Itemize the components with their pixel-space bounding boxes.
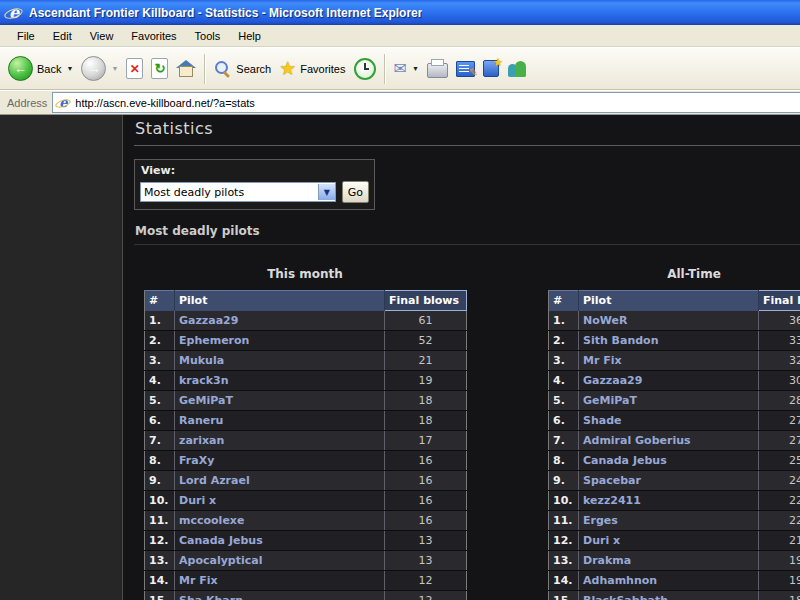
final-blows-cell: 219 — [759, 531, 800, 551]
menu-edit[interactable]: Edit — [44, 27, 81, 45]
pilot-link[interactable]: kezz2411 — [583, 494, 641, 507]
pilot-cell: Lord Azrael — [175, 471, 385, 491]
table-row: 1.NoWeR367 — [549, 311, 800, 331]
all-time-title: All-Time — [548, 267, 800, 281]
pilot-link[interactable]: Duri x — [583, 534, 620, 547]
pilot-link[interactable]: Mr Fix — [179, 574, 218, 587]
browser-toolbar: ← Back ▼ → ▼ ✕ ↻ Search ★ Favorites ✉ ▼ — [0, 47, 800, 90]
discuss-button[interactable] — [479, 57, 503, 80]
pilot-link[interactable]: Drakma — [583, 554, 631, 567]
forward-button[interactable]: → ▼ — [77, 53, 122, 84]
history-button[interactable] — [350, 55, 380, 83]
menu-file[interactable]: File — [8, 27, 44, 45]
window-title: Ascendant Frontier Killboard - Statistic… — [29, 6, 422, 20]
stop-icon: ✕ — [126, 58, 143, 79]
mail-button[interactable]: ✉ ▼ — [390, 58, 423, 80]
pilot-link[interactable]: FraXy — [179, 454, 214, 467]
edit-button[interactable] — [452, 58, 479, 80]
view-select[interactable]: Most deadly pilots ▼ — [140, 182, 336, 202]
mail-dropdown-caret[interactable]: ▼ — [412, 65, 419, 72]
rank-cell: 1. — [145, 311, 175, 331]
rank-cell: 8. — [549, 451, 579, 471]
forward-icon: → — [81, 56, 106, 81]
search-button[interactable]: Search — [210, 57, 275, 81]
back-button[interactable]: ← Back ▼ — [4, 53, 77, 84]
pilot-link[interactable]: GeMiPaT — [583, 394, 637, 407]
left-side-panel — [0, 115, 123, 600]
pilot-cell: Gazzaa29 — [579, 371, 759, 391]
pilot-link[interactable]: Gazzaa29 — [179, 314, 238, 327]
page-viewport: Statistics View: Most deadly pilots ▼ Go… — [0, 115, 800, 600]
view-label: View: — [135, 160, 374, 179]
pilot-link[interactable]: Apocalyptical — [179, 554, 262, 567]
menu-favorites[interactable]: Favorites — [122, 27, 185, 45]
menu-help[interactable]: Help — [229, 27, 270, 45]
table-row: 1.Gazzaa2961 — [145, 311, 467, 331]
forward-dropdown-caret[interactable]: ▼ — [111, 65, 118, 72]
pilot-link[interactable]: Mr Fix — [583, 354, 622, 367]
final-blows-cell: 13 — [385, 551, 467, 571]
pilot-link[interactable]: Canada Jebus — [583, 454, 667, 467]
pilot-cell: Raneru — [175, 411, 385, 431]
print-button[interactable] — [423, 56, 452, 81]
pilot-link[interactable]: Duri x — [179, 494, 216, 507]
table-row: 5.GeMiPaT289 — [549, 391, 800, 411]
pilot-link[interactable]: Raneru — [179, 414, 223, 427]
pilot-link[interactable]: Erges — [583, 514, 618, 527]
final-blows-cell: 12 — [385, 591, 467, 600]
pilot-link[interactable]: Lord Azrael — [179, 474, 250, 487]
pilot-link[interactable]: Spacebar — [583, 474, 641, 487]
final-blows-cell: 18 — [385, 391, 467, 411]
pilot-link[interactable]: Gazzaa29 — [583, 374, 642, 387]
pilot-link[interactable]: Canada Jebus — [179, 534, 263, 547]
pilot-cell: zarixan — [175, 431, 385, 451]
pilot-link[interactable]: Ephemeron — [179, 334, 249, 347]
menu-view[interactable]: View — [81, 27, 123, 45]
rank-cell: 15. — [549, 591, 579, 600]
pilot-link[interactable]: zarixan — [179, 434, 224, 447]
rank-cell: 3. — [145, 351, 175, 371]
pilot-link[interactable]: BlackSabbath — [583, 594, 668, 600]
home-button[interactable] — [172, 56, 200, 81]
pilot-link[interactable]: mccoolexe — [179, 514, 244, 527]
pilot-link[interactable]: Admiral Goberius — [583, 434, 691, 447]
menu-tools[interactable]: Tools — [186, 27, 230, 45]
table-row: 8.Canada Jebus259 — [549, 451, 800, 471]
chevron-down-icon[interactable]: ▼ — [318, 184, 335, 200]
rank-cell: 9. — [549, 471, 579, 491]
pilot-cell: Spacebar — [579, 471, 759, 491]
final-blows-cell: 336 — [759, 331, 800, 351]
favorites-button[interactable]: ★ Favorites — [275, 57, 349, 81]
table-row: 12.Duri x219 — [549, 531, 800, 551]
column-header--: # — [145, 291, 175, 311]
table-row: 14.Adhamhnon191 — [549, 571, 800, 591]
pilot-link[interactable]: GeMiPaT — [179, 394, 233, 407]
table-row: 11.Erges220 — [549, 511, 800, 531]
favorites-label: Favorites — [300, 63, 345, 75]
back-dropdown-caret[interactable]: ▼ — [66, 65, 73, 72]
address-input[interactable]: e http://ascn.eve-killboard.net/?a=stats — [52, 92, 800, 113]
section-heading: Most deadly pilots — [134, 224, 800, 245]
pilot-link[interactable]: krack3n — [179, 374, 228, 387]
pilot-link[interactable]: Adhamhnon — [583, 574, 657, 587]
rank-cell: 1. — [549, 311, 579, 331]
pilot-cell: kezz2411 — [579, 491, 759, 511]
refresh-button[interactable]: ↻ — [147, 55, 172, 82]
discuss-icon — [483, 60, 499, 77]
table-row: 15.Sha Kharn12 — [145, 591, 467, 600]
messenger-button[interactable] — [503, 57, 531, 81]
pilot-cell: Duri x — [175, 491, 385, 511]
rank-cell: 4. — [145, 371, 175, 391]
stop-button[interactable]: ✕ — [122, 55, 147, 82]
pilot-link[interactable]: Sith Bandon — [583, 334, 659, 347]
final-blows-cell: 16 — [385, 511, 467, 531]
pilot-link[interactable]: Mukula — [179, 354, 224, 367]
edit-icon — [456, 61, 475, 77]
pilot-link[interactable]: Sha Kharn — [179, 594, 243, 600]
table-row: 2.Ephemeron52 — [145, 331, 467, 351]
table-row: 2.Sith Bandon336 — [549, 331, 800, 351]
rank-cell: 10. — [549, 491, 579, 511]
pilot-link[interactable]: NoWeR — [583, 314, 627, 327]
pilot-link[interactable]: Shade — [583, 414, 622, 427]
go-button[interactable]: Go — [342, 181, 369, 203]
